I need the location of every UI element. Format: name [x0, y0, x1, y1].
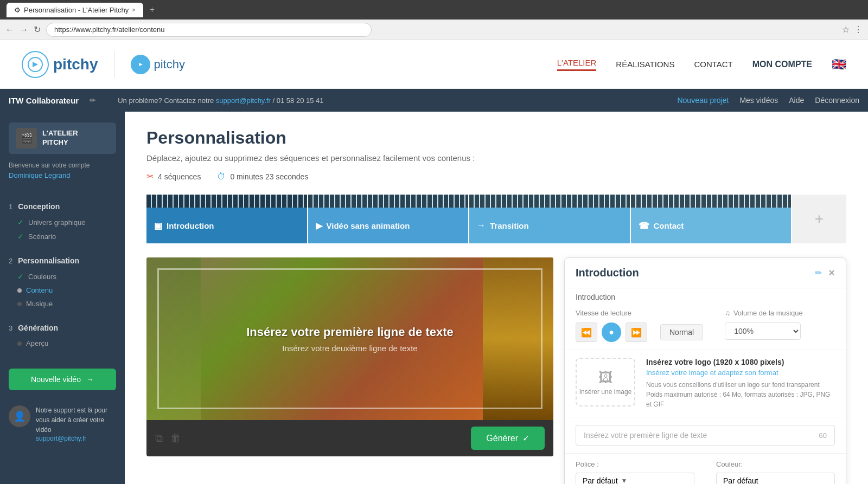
dot-musique — [17, 302, 22, 306]
project-name: ITW Collaborateur — [9, 96, 79, 105]
speed-play-button[interactable]: ● — [602, 322, 621, 342]
nav-contact[interactable]: CONTACT — [694, 60, 732, 69]
duplicate-icon[interactable]: ⧉ — [155, 432, 163, 444]
font-dropdown-arrow: ▼ — [621, 477, 628, 484]
sidebar-steps: 1 Conception ✓ Univers graphique ✓ Scéna… — [0, 188, 125, 360]
top-navigation: pitchy pitchy L'ATELIER RÉALISATIONS CON… — [0, 40, 868, 89]
step-label-scenario: Scénario — [28, 233, 56, 241]
duration-info: ⏱ 0 minutes 23 secondes — [217, 172, 308, 182]
speed-forward-button[interactable]: ⏩ — [626, 322, 647, 342]
volume-section: ♫ Volume de la musique 100% — [714, 301, 846, 350]
sidebar-user-section: 🎬 L'ATELIERPITCHY Bienvenue sur votre co… — [0, 112, 125, 188]
step-number-1: 1 — [9, 203, 12, 211]
sequences-info: ✂ 4 séquences ⏱ 0 minutes 23 secondes — [146, 171, 846, 182]
color-select[interactable]: Par défaut — [716, 473, 835, 484]
video-preview-inner: Insérez votre première ligne de texte In… — [146, 257, 553, 420]
timeline-item-contact[interactable]: ☎ Contact — [631, 195, 793, 243]
browser-tab[interactable]: ⚙ Personnalisation - L'Atelier Pitchy × — [7, 3, 143, 17]
panel-close-button[interactable]: × — [828, 267, 835, 279]
user-name[interactable]: Dominique Legrand — [9, 171, 116, 179]
check-icon-scenario: ✓ — [17, 232, 24, 241]
panel-edit-icon[interactable]: ✏ — [815, 268, 822, 278]
step-item-univers[interactable]: ✓ Univers graphique — [0, 215, 125, 229]
edit-project-icon[interactable]: ✏ — [90, 96, 96, 105]
volume-select[interactable]: 100% — [725, 322, 801, 340]
timeline-item-transition[interactable]: → Transition — [469, 195, 631, 243]
film-strip-intro — [146, 195, 307, 208]
timeline-add-button[interactable]: + — [792, 195, 846, 243]
support-avatar: 👤 — [9, 405, 30, 427]
step-number-2: 2 — [9, 257, 12, 265]
text-input-field[interactable]: Insérez votre première ligne de texte 60 — [576, 425, 835, 446]
page-subtitle: Déplacez, ajoutez ou supprimez des séque… — [146, 153, 846, 163]
nav-atelier[interactable]: L'ATELIER — [557, 58, 597, 71]
sidebar-support: 👤 Notre support est là pour vous aider à… — [0, 399, 125, 449]
support-email-sidebar[interactable]: support@pitchy.fr — [36, 435, 116, 442]
film-strip-transition — [469, 195, 630, 208]
logo-info-text1: Nous vous conseillons d'utiliser un logo… — [646, 380, 835, 390]
support-text: Un problème? Contactez notre support@pit… — [118, 96, 323, 105]
logo-info: Insérez votre logo (1920 x 1080 pixels) … — [646, 358, 835, 409]
step-header-personnalisation[interactable]: 2 Personnalisation — [0, 252, 125, 269]
step-group-personnalisation: 2 Personnalisation ✓ Couleurs Contenu Mu… — [0, 248, 125, 315]
step-header-conception[interactable]: 1 Conception — [0, 198, 125, 215]
step-header-generation[interactable]: 3 Génération — [0, 319, 125, 337]
nav-mon-compte[interactable]: MON COMPTE — [752, 60, 812, 69]
color-group: Couleur: Par défaut — [716, 460, 835, 484]
address-input[interactable] — [46, 23, 372, 37]
video-icon: ▶ — [316, 221, 322, 231]
new-video-arrow-icon: → — [86, 375, 94, 384]
logo-upload-area[interactable]: 🖼 Insérer une image — [576, 358, 635, 406]
step-item-contenu[interactable]: Contenu — [0, 283, 125, 297]
nav-realisations[interactable]: RÉALISATIONS — [616, 60, 674, 69]
nav-links: L'ATELIER RÉALISATIONS CONTACT MON COMPT… — [557, 57, 846, 72]
video-actions: ⧉ 🗑 Générer ✓ — [146, 420, 553, 456]
pitchy-logo2: pitchy — [131, 55, 184, 74]
bookmark-icon[interactable]: ☆ — [842, 24, 850, 35]
step-item-couleurs[interactable]: ✓ Couleurs — [0, 269, 125, 283]
back-button[interactable]: ← — [5, 25, 14, 35]
pitchy-logo-text: pitchy — [53, 56, 98, 73]
deconnexion-link[interactable]: Déconnexion — [815, 96, 859, 105]
step-item-scenario[interactable]: ✓ Scénario — [0, 229, 125, 243]
support-email-link[interactable]: support@pitchy.fr — [216, 96, 271, 105]
delete-icon[interactable]: 🗑 — [170, 432, 181, 444]
font-value: Par défaut — [583, 476, 618, 484]
volume-label: ♫ Volume de la musique — [725, 309, 835, 317]
timeline: ▣ Introduction ▶ Vidéo sans animation → … — [146, 195, 846, 243]
new-video-button[interactable]: Nouvelle vidéo → — [9, 369, 116, 390]
logo-info-title: Insérez votre logo (1920 x 1080 pixels) — [646, 358, 835, 366]
language-flag[interactable]: 🇬🇧 — [832, 57, 846, 72]
color-label: Couleur: — [716, 460, 835, 468]
forward-button[interactable]: → — [20, 25, 28, 35]
page-title: Personnalisation — [146, 128, 846, 148]
aide-link[interactable]: Aide — [789, 96, 804, 105]
pitchy-logo-icon — [22, 51, 49, 78]
mes-videos-link[interactable]: Mes vidéos — [739, 96, 778, 105]
logo-info-text2: Poids maximum autorisé : 64 Mo, formats … — [646, 390, 835, 409]
welcome-text: Bienvenue sur votre compte — [9, 162, 116, 169]
active-dot-contenu — [17, 288, 22, 293]
step-item-apercu[interactable]: Aperçu — [0, 337, 125, 350]
step-number-3: 3 — [9, 324, 12, 332]
refresh-button[interactable]: ↻ — [34, 24, 41, 35]
font-select[interactable]: Par défaut ▼ — [576, 473, 694, 484]
generate-button[interactable]: Générer ✓ — [471, 427, 545, 450]
logo-info-link[interactable]: Insérez votre image et adaptez son forma… — [646, 369, 835, 377]
timeline-item-introduction[interactable]: ▣ Introduction — [146, 195, 308, 243]
video-text-line2: Insérez votre deuxième ligne de texte — [246, 344, 454, 353]
text-input-row: Insérez votre première ligne de texte 60 — [565, 417, 846, 454]
timeline-label-transition: → Transition — [469, 208, 630, 243]
speed-rewind-button[interactable]: ⏪ — [576, 322, 597, 342]
char-count: 60 — [819, 431, 827, 440]
speed-controls: ⏪ ● ⏩ Normal — [576, 322, 703, 342]
step-item-musique[interactable]: Musique — [0, 297, 125, 311]
tab-title: Personnalisation - L'Atelier Pitchy — [24, 6, 129, 14]
step-title-conception: Conception — [18, 202, 60, 211]
text-placeholder: Insérez votre première ligne de texte — [584, 431, 707, 440]
nouveau-projet-link[interactable]: Nouveau projet — [677, 96, 729, 105]
settings-icon[interactable]: ⋮ — [854, 24, 863, 35]
new-tab-button[interactable]: + — [150, 5, 155, 15]
timeline-item-video[interactable]: ▶ Vidéo sans animation — [308, 195, 470, 243]
tab-close-button[interactable]: × — [132, 7, 135, 13]
